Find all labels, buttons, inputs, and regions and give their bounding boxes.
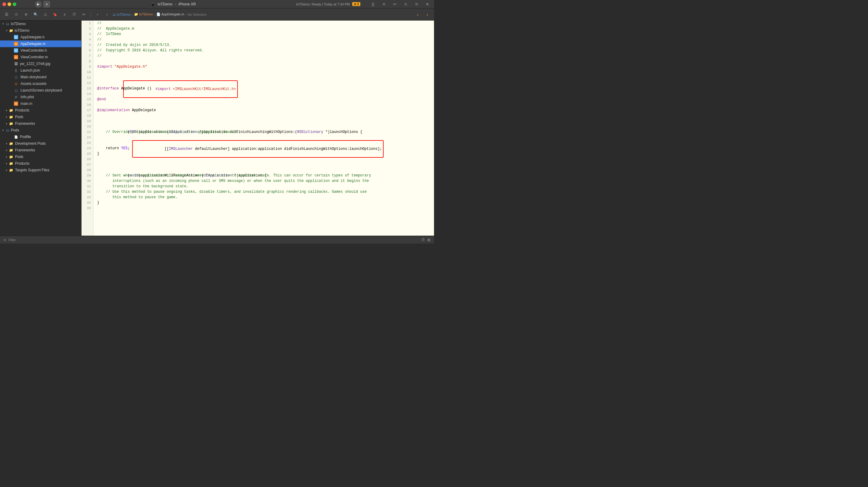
layout-button2[interactable]: ⊟ (412, 1, 421, 8)
layout-button3[interactable]: ⊞ (423, 1, 432, 8)
code-review-button[interactable]: {} (369, 1, 377, 8)
run-button[interactable]: ▶ (35, 1, 42, 7)
sidebar-item-products2[interactable]: 📁 Products (0, 160, 81, 167)
code-line-4[interactable]: // (97, 37, 434, 42)
code-line-23[interactable] (97, 140, 434, 146)
code-line-35[interactable] (97, 205, 434, 211)
code-line-30[interactable]: interruptions (such as an incoming phone… (97, 178, 434, 184)
sidebar-item-info-plist[interactable]: pl Info.plist (0, 94, 81, 100)
line-num-18: 18 (82, 113, 91, 118)
code-line-25[interactable]: } (97, 151, 434, 156)
sidebar-label-yw1222: yw_1222_07e8.jpg (20, 62, 51, 66)
code-line-9[interactable]: #import "AppDelegate.h" (97, 64, 434, 69)
code-line-5[interactable]: // Created by dujin on 2019/5/13. (97, 42, 434, 48)
sidebar-toggle[interactable]: ☰ (2, 11, 11, 18)
code-line-1[interactable]: // (97, 21, 434, 26)
code-line-34[interactable]: } (97, 200, 434, 205)
main-content: 🗂 IoTDemo 📁 IoTDemo h AppDelegate.h m Ap… (0, 21, 434, 236)
code-line-29[interactable]: // Sent when the application is about to… (97, 173, 434, 178)
line-num-1: 1 (82, 21, 91, 26)
sidebar-item-frameworks[interactable]: 📁 Frameworks (0, 120, 81, 127)
sidebar-item-targets-support[interactable]: 📁 Targets Support Files (0, 167, 81, 173)
grid-button[interactable]: ⊞ (22, 11, 30, 18)
code-editor[interactable]: 1 2 3 4 5 6 7 8 9 10 11 12 13 14 15 16 1 (82, 21, 434, 236)
products2-icon: 📁 (9, 161, 13, 166)
code-line-14[interactable] (97, 91, 434, 97)
line-num-35: 35 (82, 205, 91, 211)
sidebar-item-iotdemo-folder[interactable]: 📁 IoTDemo (0, 27, 81, 34)
inspector-button[interactable]: ⊞ (427, 238, 430, 242)
sidebar-item-products[interactable]: 📁 Products (0, 107, 81, 114)
code-line-7[interactable]: // (97, 53, 434, 59)
sidebar-label-podfile: Podfile (20, 135, 31, 139)
sidebar-item-appdelegate-m[interactable]: m AppDelegate.m (0, 40, 81, 47)
code-line-28[interactable]: - (void)applicationWillResignActive:(UIA… (97, 167, 434, 173)
sidebar-item-assets[interactable]: ⊡ Assets.xcassets (0, 80, 81, 87)
code-line-2[interactable]: // AppDelegate.m (97, 26, 434, 31)
sidebar-label-pods: Pods (15, 115, 23, 119)
sidebar-item-appdelegate-h[interactable]: h AppDelegate.h (0, 34, 81, 40)
sidebar-item-frameworks2[interactable]: 📁 Frameworks (0, 147, 81, 153)
split-view-button[interactable]: ⊟ (380, 1, 388, 8)
alert-left[interactable]: ‹ (413, 11, 422, 18)
sidebar-item-podfile[interactable]: 📄 Podfile (0, 134, 81, 140)
alert-right[interactable]: › (423, 11, 432, 18)
sidebar-item-pods-group[interactable]: 🗂 Pods (0, 127, 81, 134)
sidebar-item-main-m[interactable]: m main.m (0, 100, 81, 107)
code-line-8[interactable] (97, 59, 434, 64)
code-line-3[interactable]: // IoTDemo (97, 31, 434, 37)
minimize-button[interactable] (7, 2, 11, 6)
code-line-17[interactable]: @implementation AppDelegate (97, 108, 434, 113)
hierarchy-button[interactable]: ⊡ (12, 11, 21, 18)
warning-badge[interactable]: ⚠ 1 (352, 2, 360, 6)
nav-forward[interactable]: › (103, 11, 112, 18)
history-button[interactable]: ⏱ (421, 238, 425, 242)
pencil-button[interactable]: ✏ (80, 11, 88, 18)
sidebar-item-main-storyboard[interactable]: ◫ Main.storyboard (0, 74, 81, 80)
line-num-19: 19 (82, 118, 91, 124)
sidebar-item-iotdemo-root[interactable]: 🗂 IoTDemo (0, 21, 81, 27)
sidebar-item-development-pods[interactable]: 📁 Development Pods (0, 140, 81, 147)
code-line-16[interactable] (97, 102, 434, 108)
code-line-20[interactable]: - (BOOL)application:(UIApplication *)app… (97, 124, 434, 129)
code-line-26[interactable] (97, 156, 434, 162)
code-line-11[interactable]: #import <IMSLaunchKit/IMSLaunchKit.h> (97, 75, 434, 80)
code-line-18[interactable] (97, 113, 434, 118)
sidebar-item-yw1222[interactable]: 🖼 yw_1222_07e8.jpg (0, 60, 81, 67)
add-file-button[interactable]: + (4, 237, 6, 242)
layout-button1[interactable]: ⊡ (401, 1, 410, 8)
fullscreen-button[interactable] (13, 2, 16, 6)
code-line-31[interactable]: transition to the background state. (97, 184, 434, 189)
list-button[interactable]: ≡ (60, 11, 69, 18)
warning-button[interactable]: ⚠ (41, 11, 50, 18)
sidebar-item-launchscreen[interactable]: ◫ LaunchScreen.storyboard (0, 87, 81, 94)
code-line-10[interactable] (97, 69, 434, 75)
code-line-15[interactable]: @end (97, 97, 434, 102)
close-button[interactable] (2, 2, 6, 6)
search-button[interactable]: 🔍 (31, 11, 40, 18)
code-line-22[interactable]: [[IMSLauncher defaultLauncher] applicati… (97, 135, 434, 140)
code-line-6[interactable]: // Copyright © 2019 Aliyun. All rights r… (97, 48, 434, 53)
sidebar-item-viewcontroller-h[interactable]: h ViewController.h (0, 47, 81, 54)
code-line-32[interactable]: // Use this method to pause ongoing task… (97, 189, 434, 195)
code-line-21[interactable]: // Override point for customization afte… (97, 129, 434, 135)
recent-button[interactable]: ⏱ (70, 11, 79, 18)
sidebar-item-pods2[interactable]: 📁 Pods (0, 153, 81, 160)
sidebar-item-launch-json[interactable]: {} Launch.json (0, 67, 81, 74)
nav-back[interactable]: ‹ (93, 11, 102, 18)
back-button[interactable]: ↩ (391, 1, 399, 8)
sidebar-item-viewcontroller-m[interactable]: m ViewController.m (0, 54, 81, 60)
stop-button[interactable]: ■ (43, 1, 50, 7)
code-line-24[interactable]: return YES; (97, 146, 434, 151)
code-line-33[interactable]: this method to pause the game. (97, 195, 434, 200)
code-line-13[interactable]: @interface AppDelegate () (97, 86, 434, 91)
code-line-12[interactable] (97, 80, 434, 86)
breadcrumb-item-1[interactable]: 🗂 IoTDemo (113, 13, 130, 16)
bookmark-button[interactable]: 🔖 (51, 11, 59, 18)
breadcrumb-item-2[interactable]: 📁 IoTDemo (134, 12, 153, 16)
breadcrumb-item-3[interactable]: 📄 AppDelegate.m (156, 12, 184, 16)
sidebar-label-info-plist: Info.plist (21, 95, 34, 99)
sidebar-item-pods[interactable]: 📁 Pods (0, 114, 81, 120)
code-line-27[interactable] (97, 162, 434, 167)
code-line-19[interactable] (97, 118, 434, 124)
